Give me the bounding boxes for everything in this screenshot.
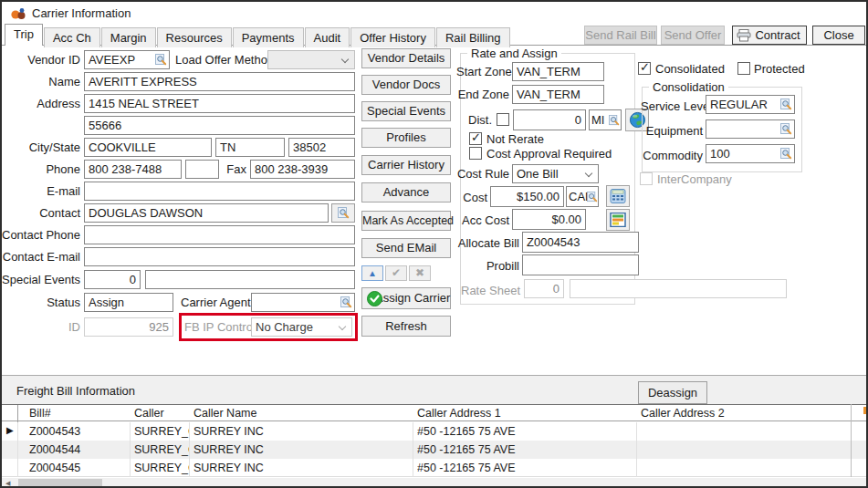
consolidated-checkbox[interactable]: ✓ (638, 62, 651, 75)
contract-button[interactable]: Contract (732, 26, 807, 45)
column-header-caller-address-1[interactable]: Caller Address 1 (417, 405, 501, 421)
special-events-button[interactable]: Special Events (361, 101, 451, 121)
column-header-bill[interactable]: Bill# (29, 405, 51, 421)
send-rail-bill-button[interactable]: Send Rail Bill (584, 26, 657, 45)
dist-checkbox[interactable]: ✓ (497, 113, 509, 126)
acc-cost-field[interactable]: $0.00 (512, 209, 586, 230)
phone-ext-field[interactable] (185, 160, 219, 179)
tab-payments[interactable]: Payments (233, 27, 304, 47)
special-events-label: Special Events (2, 270, 80, 289)
start-zone-field[interactable]: VAN_TERM (512, 62, 604, 81)
tab-margin[interactable]: Margin (101, 27, 156, 47)
column-header-caller-address-2[interactable]: Caller Address 2 (641, 405, 725, 421)
tab-trip[interactable]: Trip (5, 24, 43, 46)
currency-lookup-icon[interactable] (587, 192, 598, 202)
city-state-label: City/State (16, 138, 80, 157)
move-up-button[interactable]: ▲ (361, 265, 383, 281)
confirm-button[interactable]: ✔ (385, 265, 407, 281)
cancel-button[interactable]: ✖ (409, 265, 431, 281)
column-header-caller-name[interactable]: Caller Name (193, 405, 256, 421)
tab-resources[interactable]: Resources (157, 27, 232, 47)
send-email-button[interactable]: Send EMail (361, 238, 451, 258)
rate-sheet-label: Rate Sheet (461, 281, 518, 300)
tab-acc-ch[interactable]: Acc Ch (44, 27, 100, 47)
send-offer-button[interactable]: Send Offer (661, 26, 725, 45)
dist-value-field[interactable]: 0 (513, 109, 586, 130)
status-field[interactable]: Assign (84, 293, 173, 312)
contact-lookup-button[interactable] (331, 203, 355, 223)
dist-unit-lookup-icon[interactable] (609, 115, 620, 126)
load-offer-method-select[interactable] (267, 50, 355, 69)
table-row[interactable]: Z0004545 SURREY_CU SURREY INC #50 -12165… (2, 459, 866, 477)
name-field[interactable]: AVERITT EXPRESS (84, 72, 355, 91)
contact-field[interactable]: DOUGLAS DAWSON (84, 203, 329, 223)
state-field[interactable]: TN (215, 138, 285, 157)
not-rerate-checkbox[interactable]: ✓ (469, 132, 482, 145)
vendor-id-field[interactable]: AVEEXP (84, 50, 170, 69)
acc-cost-detail-button[interactable] (606, 209, 630, 231)
commodity-field[interactable]: 100 (706, 144, 795, 163)
scrollbar-thumb[interactable] (18, 479, 102, 487)
contact-phone-field[interactable] (84, 225, 355, 244)
profiles-button[interactable]: Profiles (361, 128, 451, 148)
calculator-icon (610, 189, 626, 203)
deassign-button[interactable]: Deassign (638, 381, 707, 404)
address-line2-field[interactable]: 55666 (84, 116, 355, 135)
horizontal-scrollbar[interactable]: ◀ (2, 478, 866, 488)
vendor-id-lookup-icon[interactable] (155, 54, 167, 66)
commodity-lookup-icon[interactable] (780, 148, 792, 160)
tab-audit[interactable]: Audit (305, 27, 350, 47)
carrier-history-button[interactable]: Carrier History (361, 155, 451, 175)
tab-rail-billing[interactable]: Rail Billing (436, 27, 510, 47)
allocate-bill-field[interactable]: Z0004543 (522, 232, 639, 253)
rate-calculator-button[interactable] (606, 185, 630, 207)
probill-field[interactable] (522, 254, 639, 275)
service-level-field[interactable]: REGULAR (706, 95, 795, 114)
advance-button[interactable]: Advance (361, 182, 451, 202)
carrier-agent-lookup-icon[interactable] (340, 296, 352, 308)
mark-as-accepted-button[interactable]: Mark As Accepted (361, 211, 451, 231)
cell-caller-name: SURREY INC (193, 459, 408, 477)
end-zone-field[interactable]: VAN_TERM (512, 85, 604, 104)
close-button[interactable]: Close (812, 26, 865, 45)
vendor-docs-button[interactable]: Vendor Docs (361, 75, 451, 95)
x-icon: ✖ (415, 266, 424, 279)
carrier-agent-field[interactable] (251, 293, 355, 312)
column-divider (413, 422, 413, 477)
column-header-caller[interactable]: Caller (134, 405, 164, 421)
refresh-button[interactable]: Refresh (361, 316, 451, 337)
fax-field[interactable]: 800 238-3939 (250, 160, 355, 179)
cost-currency-field[interactable]: CAD (566, 186, 599, 207)
load-offer-method-label: Load Offer Method (175, 50, 267, 69)
special-events-count-field[interactable]: 0 (84, 270, 141, 289)
address-line1-field[interactable]: 1415 NEAL STREET (84, 94, 355, 113)
cost-field[interactable]: $150.00 (490, 186, 564, 207)
equipment-lookup-icon[interactable] (780, 123, 792, 135)
freight-bill-section-title: Freight Bill Information (16, 381, 217, 400)
assign-carrier-button[interactable]: Assign Carrier (361, 287, 451, 309)
cost-approval-checkbox[interactable]: ✓ (469, 147, 482, 160)
phone-field[interactable]: 800 238-7488 (84, 160, 182, 179)
city-field[interactable]: COOKVILLE (84, 138, 212, 157)
dist-unit-field[interactable]: MI (589, 109, 622, 130)
zip-field[interactable]: 38502 (288, 138, 355, 157)
rate-sheet-number-field: 0 (524, 279, 564, 298)
cell-caller: SURREY_CU (134, 422, 189, 441)
table-row[interactable]: ▶ Z0004543 SURREY_CU SURREY INC #50 -121… (2, 422, 866, 441)
tab-offer-history[interactable]: Offer History (350, 27, 435, 47)
up-triangle-icon: ▲ (368, 268, 377, 278)
contact-email-field[interactable] (84, 247, 355, 266)
vendor-details-button[interactable]: Vendor Details (361, 48, 451, 68)
vendor-id-label: Vendor ID (16, 50, 80, 69)
protected-checkbox[interactable]: ✓ (737, 62, 750, 75)
contact-label: Contact (16, 203, 80, 223)
commodity-label: Commodity (641, 146, 703, 165)
special-events-field[interactable] (145, 270, 355, 289)
equipment-field[interactable] (706, 119, 795, 139)
scroll-left-arrow-icon[interactable]: ◀ (5, 478, 10, 488)
email-field[interactable] (84, 182, 355, 201)
consolidation-group-title: Consolidation (649, 80, 728, 94)
table-row[interactable]: Z0004544 SURREY_CU SURREY INC #50 -12165… (2, 441, 866, 459)
service-level-lookup-icon[interactable] (780, 99, 792, 110)
cost-rule-select[interactable]: One Bill (512, 164, 599, 183)
